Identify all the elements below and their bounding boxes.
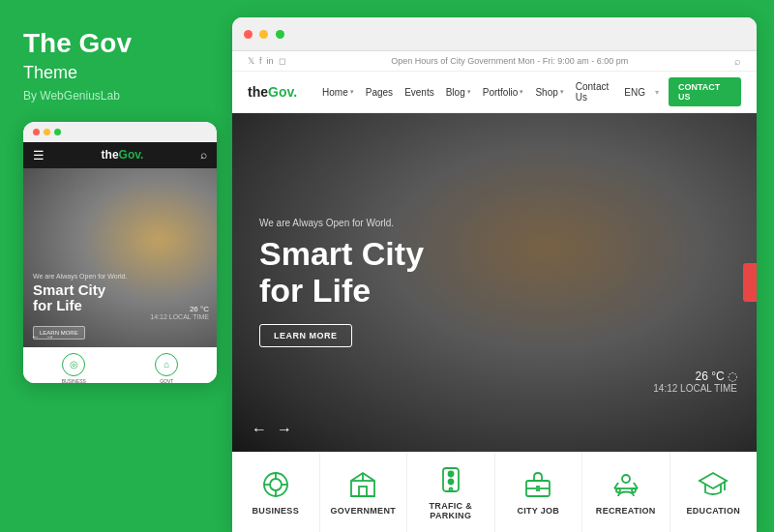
hero-temp: 26 °C ◌ bbox=[653, 369, 737, 383]
education-label: EDUCATION bbox=[686, 506, 740, 516]
mobile-logo: theGov. bbox=[102, 148, 144, 162]
lang-chevron: ▾ bbox=[655, 88, 659, 97]
site-nav: theGov. Home ▾ Pages Events Blog ▾ Portf… bbox=[232, 72, 757, 113]
business-icon bbox=[260, 469, 291, 500]
business-icon: ◎ bbox=[62, 353, 85, 376]
right-panel: 𝕏 f in ◻ Open Hours of City Government M… bbox=[232, 17, 757, 532]
theme-title: The Gov bbox=[23, 29, 209, 59]
info-bar-text: Open Hours of City Government Mon - Fri:… bbox=[391, 56, 628, 66]
nav-home[interactable]: Home ▾ bbox=[322, 87, 354, 98]
hero-slider-arrows[interactable]: ← → bbox=[252, 421, 292, 438]
svg-point-1 bbox=[270, 479, 282, 490]
mobile-hero-weather: 26 °C 14:12 LOCAL TIME bbox=[150, 305, 209, 320]
icon-card-government[interactable]: GOVERNMENT bbox=[320, 453, 408, 532]
government-icon bbox=[347, 469, 378, 500]
mobile-slider-arrows[interactable]: ← → bbox=[31, 332, 54, 341]
icon-card-recreation[interactable]: RECREATION bbox=[582, 453, 670, 532]
icon-card-cityjob[interactable]: CITY JOB bbox=[495, 453, 583, 532]
hero-time: 14:12 LOCAL TIME bbox=[653, 383, 737, 394]
dot-red bbox=[33, 129, 40, 135]
browser-chrome bbox=[232, 17, 757, 51]
svg-point-22 bbox=[616, 488, 620, 492]
mobile-arrow-prev[interactable]: ← bbox=[31, 332, 40, 341]
twitter-icon[interactable]: 𝕏 bbox=[248, 56, 254, 66]
mobile-time: 14:12 LOCAL TIME bbox=[150, 313, 209, 320]
nav-portfolio[interactable]: Portfolio ▾ bbox=[483, 87, 524, 98]
mobile-hero: We are Always Open for World. Smart City… bbox=[23, 168, 217, 347]
mobile-search-icon[interactable]: ⌕ bbox=[200, 148, 207, 162]
mobile-arrow-next[interactable]: → bbox=[45, 332, 54, 341]
browser-dots bbox=[244, 25, 287, 43]
nav-right: ENG ▾ CONTACT US bbox=[624, 77, 741, 106]
mobile-temp: 26 °C bbox=[150, 305, 209, 313]
icons-section: BUSINESS GOVERNMENT TRAFIC & PARKING bbox=[232, 452, 757, 532]
hero-tagline: We are Always Open for World. bbox=[259, 218, 729, 228]
browser-dot-yellow bbox=[259, 30, 268, 39]
hero-red-tab bbox=[743, 263, 757, 302]
traffic-label: TRAFIC & PARKING bbox=[415, 501, 487, 520]
facebook-icon[interactable]: f bbox=[259, 56, 262, 66]
language-selector[interactable]: ENG bbox=[624, 87, 645, 98]
nav-pages[interactable]: Pages bbox=[366, 87, 393, 98]
icon-card-business[interactable]: BUSINESS bbox=[232, 453, 320, 532]
dot-green bbox=[54, 129, 61, 135]
svg-point-12 bbox=[448, 480, 453, 485]
hero-learn-more-btn[interactable]: LEARN MORE bbox=[259, 324, 352, 347]
icon-card-traffic[interactable]: TRAFIC & PARKING bbox=[407, 453, 495, 532]
education-icon bbox=[698, 469, 729, 500]
cityjob-icon bbox=[522, 469, 553, 500]
browser-dot-green bbox=[276, 30, 284, 39]
hero-arrow-next[interactable]: → bbox=[277, 421, 292, 438]
svg-point-23 bbox=[632, 488, 636, 492]
social-icons: 𝕏 f in ◻ bbox=[248, 56, 285, 66]
mobile-topbar: ☰ theGov. ⌕ bbox=[23, 142, 217, 168]
svg-rect-7 bbox=[359, 487, 367, 496]
site-logo: theGov. bbox=[248, 84, 297, 100]
mobile-hero-tagline: We are Always Open for World. bbox=[33, 273, 207, 280]
left-panel: The Gov Theme By WebGeniusLab ☰ theGov. … bbox=[0, 0, 232, 532]
theme-author: By WebGeniusLab bbox=[23, 89, 209, 103]
nav-blog[interactable]: Blog ▾ bbox=[446, 87, 471, 98]
hero-content: We are Always Open for World. Smart City… bbox=[232, 113, 757, 452]
nav-events[interactable]: Events bbox=[404, 87, 434, 98]
hero-title: Smart City for Life bbox=[259, 236, 729, 309]
hero-weather: 26 °C ◌ 14:12 LOCAL TIME bbox=[653, 369, 737, 394]
mobile-mockup: ☰ theGov. ⌕ We are Always Open for World… bbox=[23, 122, 217, 383]
nav-shop[interactable]: Shop ▾ bbox=[535, 87, 563, 98]
recreation-label: RECREATION bbox=[596, 506, 656, 516]
mobile-icons-row: ◎ BUSINESS ⌂ GOVT bbox=[23, 347, 217, 383]
business-label: BUSINESS bbox=[253, 506, 299, 516]
theme-subtitle: Theme bbox=[23, 63, 209, 83]
mobile-window-dots bbox=[23, 122, 217, 142]
hero-arrow-prev[interactable]: ← bbox=[252, 421, 267, 438]
dot-yellow bbox=[44, 129, 50, 135]
traffic-icon bbox=[435, 464, 466, 495]
government-icon: ⌂ bbox=[155, 353, 178, 376]
browser-dot-red bbox=[244, 30, 253, 39]
svg-marker-24 bbox=[700, 473, 727, 488]
svg-point-11 bbox=[448, 472, 453, 477]
recreation-icon bbox=[610, 469, 641, 500]
cityjob-label: CITY JOB bbox=[517, 506, 559, 516]
icon-card-education[interactable]: EDUCATION bbox=[670, 453, 758, 532]
svg-point-13 bbox=[449, 488, 452, 491]
contact-us-button[interactable]: CONTACT US bbox=[669, 77, 741, 106]
site-hero: We are Always Open for World. Smart City… bbox=[232, 113, 757, 452]
site-search-icon[interactable]: ⌕ bbox=[734, 55, 741, 67]
nav-links: Home ▾ Pages Events Blog ▾ Portfolio ▾ S… bbox=[322, 81, 609, 103]
svg-point-18 bbox=[622, 475, 630, 483]
nav-contact[interactable]: Contact Us bbox=[576, 81, 609, 103]
linkedin-icon[interactable]: in bbox=[267, 56, 274, 66]
mobile-icon-business[interactable]: ◎ BUSINESS bbox=[62, 353, 86, 383]
instagram-icon[interactable]: ◻ bbox=[279, 56, 285, 66]
hamburger-icon[interactable]: ☰ bbox=[33, 148, 45, 163]
government-label: GOVERNMENT bbox=[330, 506, 396, 516]
mobile-icon-government[interactable]: ⌂ GOVT bbox=[155, 353, 178, 383]
site-info-bar: 𝕏 f in ◻ Open Hours of City Government M… bbox=[232, 51, 757, 72]
